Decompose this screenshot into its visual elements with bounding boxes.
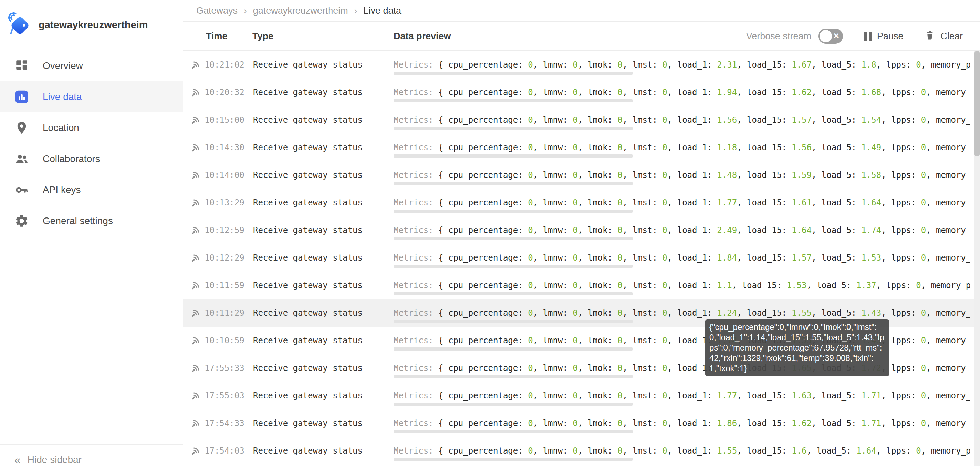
preview-horizontal-scrollbar[interactable] [394,348,633,351]
clear-button[interactable]: Clear [924,30,963,43]
event-data-preview[interactable]: Metrics: { cpu_percentage: 0, lmnw: 0, l… [394,115,970,125]
gateway-logo-icon [8,13,32,37]
preview-horizontal-scrollbar[interactable] [394,237,633,240]
event-data-preview[interactable]: Metrics: { cpu_percentage: 0, lmnw: 0, l… [394,60,970,70]
event-time: 10:20:32 [205,88,248,97]
event-type: Receive gateway status [253,308,394,318]
event-time: 17:54:03 [205,446,248,456]
event-time: 10:11:59 [205,281,248,290]
preview-horizontal-scrollbar[interactable] [394,127,633,130]
event-time: 10:13:29 [205,198,248,207]
preview-horizontal-scrollbar[interactable] [394,99,633,102]
event-row[interactable]: 10:14:00 Receive gateway status Metrics:… [183,161,980,189]
event-type: Receive gateway status [253,143,394,152]
event-row[interactable]: 10:12:59 Receive gateway status Metrics:… [183,217,980,244]
event-data-preview[interactable]: Metrics: { cpu_percentage: 0, lmnw: 0, l… [394,225,970,235]
gateway-title: gatewaykreuzwertheim [38,19,148,31]
sidebar-item-location[interactable]: Location [0,112,183,144]
event-data-preview[interactable]: Metrics: { cpu_percentage: 0, lmnw: 0, l… [394,391,970,401]
column-header-type: Type [252,31,274,42]
bar-chart-icon [14,89,29,104]
preview-horizontal-scrollbar[interactable] [394,402,633,406]
event-row[interactable]: 10:15:00 Receive gateway status Metrics:… [183,106,980,134]
toggle-knob [819,30,832,42]
pause-button[interactable]: Pause [864,31,904,42]
sidebar-item-live-data[interactable]: Live data [0,81,183,112]
event-data-tooltip: {"cpu_percentage":0,"lmnw":0,"lmok":0,"l… [705,319,889,377]
breadcrumb-separator: › [244,5,247,16]
event-data-preview[interactable]: Metrics: { cpu_percentage: 0, lmnw: 0, l… [394,198,970,207]
sidebar-item-overview[interactable]: Overview [0,50,183,81]
sidebar-item-general-settings[interactable]: General settings [0,206,183,236]
sidebar-item-api-keys[interactable]: API keys [0,174,183,206]
preview-horizontal-scrollbar[interactable] [394,292,633,295]
event-time: 10:15:00 [205,115,248,125]
event-time: 10:21:02 [205,60,248,70]
event-type: Receive gateway status [253,363,394,373]
gateway-status-event-icon [190,142,201,153]
event-type: Receive gateway status [253,88,394,97]
event-row[interactable]: 10:14:30 Receive gateway status Metrics:… [183,134,980,161]
event-time: 10:12:59 [205,225,248,235]
breadcrumb-gateways[interactable]: Gateways [196,5,238,16]
preview-horizontal-scrollbar[interactable] [394,155,633,158]
event-type: Receive gateway status [253,170,394,180]
toolbar-actions: Verbose stream × Pause [746,22,963,50]
toggle-off-icon: × [834,31,839,41]
sidebar-item-label: Collaborators [43,153,100,164]
event-data-preview[interactable]: Metrics: { cpu_percentage: 0, lmnw: 0, l… [394,253,970,263]
event-data-preview[interactable]: Metrics: { cpu_percentage: 0, lmnw: 0, l… [394,88,970,97]
vertical-scrollbar[interactable] [974,51,980,466]
event-row[interactable]: 10:20:32 Receive gateway status Metrics:… [183,78,980,106]
event-type: Receive gateway status [253,115,394,125]
preview-horizontal-scrollbar[interactable] [394,430,633,433]
gateway-status-event-icon [190,225,201,236]
sidebar-menu: Overview Live data Location Collaborator… [0,50,183,236]
breadcrumb-gateway-id[interactable]: gatewaykreuzwertheim [253,5,348,16]
event-data-preview[interactable]: Metrics: { cpu_percentage: 0, lmnw: 0, l… [394,170,970,180]
event-data-preview[interactable]: Metrics: { cpu_percentage: 0, lmnw: 0, l… [394,143,970,152]
event-time: 17:55:33 [205,363,248,373]
breadcrumb: Gateways › gatewaykreuzwertheim › Live d… [183,0,980,22]
event-type: Receive gateway status [253,391,394,401]
sidebar-item-label: Live data [43,91,82,102]
gateway-console-page: gatewaykreuzwertheim Overview Live data … [0,0,980,466]
event-data-preview[interactable]: Metrics: { cpu_percentage: 0, lmnw: 0, l… [394,281,970,290]
event-row[interactable]: 10:12:29 Receive gateway status Metrics:… [183,244,980,271]
preview-horizontal-scrollbar[interactable] [394,265,633,268]
breadcrumb-live-data: Live data [364,5,401,16]
verbose-stream-control: Verbose stream × [746,29,843,44]
column-header-data-preview: Data preview [394,31,451,42]
event-row[interactable]: 10:11:59 Receive gateway status Metrics:… [183,271,980,299]
people-icon [14,152,29,166]
sidebar-item-collaborators[interactable]: Collaborators [0,144,183,174]
event-data-preview[interactable]: Metrics: { cpu_percentage: 0, lmnw: 0, l… [394,418,970,428]
vertical-scrollbar-thumb[interactable] [975,51,980,156]
preview-horizontal-scrollbar[interactable] [394,375,633,378]
event-type: Receive gateway status [253,198,394,207]
preview-horizontal-scrollbar[interactable] [394,320,633,323]
event-row[interactable]: 17:54:33 Receive gateway status Metrics:… [183,410,980,437]
event-row[interactable]: 17:55:03 Receive gateway status Metrics:… [183,382,980,410]
preview-horizontal-scrollbar[interactable] [394,72,633,75]
sidebar-item-label: API keys [43,184,81,195]
gateway-status-event-icon [190,445,201,456]
overview-grid-icon [14,59,29,73]
preview-horizontal-scrollbar[interactable] [394,458,633,461]
gateway-status-event-icon [190,87,201,98]
event-row[interactable]: 17:54:03 Receive gateway status Metrics:… [183,437,980,464]
gateway-status-event-icon [190,335,201,346]
event-row[interactable]: 10:21:02 Receive gateway status Metrics:… [183,51,980,78]
event-data-preview[interactable]: Metrics: { cpu_percentage: 0, lmnw: 0, l… [394,308,970,318]
hide-sidebar-button[interactable]: « Hide sidebar [0,444,183,466]
gateway-status-event-icon [190,197,201,208]
gateway-status-event-icon [190,390,201,401]
preview-horizontal-scrollbar[interactable] [394,182,633,185]
gateway-status-event-icon [190,169,201,180]
verbose-stream-toggle[interactable]: × [818,29,843,44]
preview-horizontal-scrollbar[interactable] [394,209,633,213]
event-row[interactable]: 10:13:29 Receive gateway status Metrics:… [183,189,980,217]
event-data-preview[interactable]: Metrics: { cpu_percentage: 0, lmnw: 0, l… [394,446,970,456]
clear-label: Clear [940,31,963,42]
event-time: 10:10:59 [205,336,248,345]
